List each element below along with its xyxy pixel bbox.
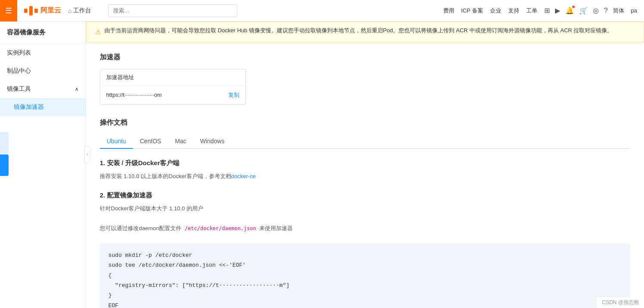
step1-heading: 1. 安装 / 升级Docker客户端	[100, 159, 630, 167]
sidebar-group-tools[interactable]: 镜像工具 ∧	[0, 80, 86, 98]
chevron-left-icon: ‹	[86, 152, 88, 157]
page-footer: CSDN @朋态圈	[597, 297, 644, 308]
svg-rect-1	[29, 6, 33, 15]
footer-text: CSDN @朋态圈	[602, 299, 639, 305]
tab-windows[interactable]: Windows	[193, 134, 231, 149]
location-icon[interactable]: ◎	[593, 6, 599, 15]
nav-right-links: 费用 ICP 备案 企业 支持 工单	[443, 7, 537, 15]
accelerator-box-body: https://t···················om 复制	[100, 86, 245, 104]
hamburger-menu[interactable]: ☰	[0, 0, 17, 22]
nav-fee-link[interactable]: 费用	[443, 7, 454, 15]
warning-banner: ⚠ 由于当前运营商网络问题，可能会导致您拉取 Docker Hub 镜像变慢。建…	[86, 22, 644, 43]
step2-desc1: 针对Docker客户端版本大于 1.10.0 的用户	[100, 204, 630, 213]
sidebar-sub-tools: 镜像加速器	[0, 98, 86, 116]
hamburger-icon: ☰	[5, 6, 12, 15]
accelerator-section-title: 加速器	[100, 53, 630, 62]
step2-desc2-suffix: 来使用加速器	[258, 225, 293, 231]
daemon-json-path: /etc/docker/daemon.json	[183, 225, 258, 232]
sidebar-group-tools-label: 镜像工具	[7, 85, 31, 93]
step2-desc2-prefix: 您可以通过修改daemon配置文件	[100, 225, 183, 231]
main-content: ⚠ 由于当前运营商网络问题，可能会导致您拉取 Docker Hub 镜像变慢。建…	[86, 22, 644, 308]
nav-support-link[interactable]: 支持	[508, 7, 519, 15]
search-input[interactable]	[108, 4, 237, 17]
sidebar-collapse-handle[interactable]: ‹	[84, 145, 90, 163]
page-indicator: pa	[631, 7, 637, 14]
step2-desc2: 您可以通过修改daemon配置文件 /etc/docker/daemon.jso…	[100, 224, 630, 233]
notification-icon[interactable]: 🔔	[565, 6, 574, 15]
docs-tabs: Ubuntu CentOS Mac Windows	[100, 134, 630, 149]
float-btn-1[interactable]	[0, 132, 9, 154]
code-line-3: {	[108, 272, 112, 279]
app-icon[interactable]: ⊞	[544, 6, 550, 15]
docs-title: 操作文档	[100, 118, 630, 127]
sidebar: 容器镜像服务 实例列表 制品中心 镜像工具 ∧ 镜像加速器	[0, 22, 86, 308]
float-side-buttons	[0, 132, 9, 176]
content-area: 加速器 加速器地址 https://t···················om…	[86, 43, 644, 308]
docker-ce-link[interactable]: docker-ce	[231, 173, 256, 179]
language-selector[interactable]: 简体	[613, 7, 624, 15]
copy-button[interactable]: 复制	[228, 91, 239, 99]
nav-icon-group: ⊞ ▶ 🔔 🛒 ◎ ? 简体 pa	[544, 6, 637, 15]
sidebar-title: 容器镜像服务	[0, 22, 86, 44]
code-line-2: sudo tee /etc/docker/daemon.json <<-'EOF…	[108, 262, 246, 268]
tab-mac[interactable]: Mac	[168, 134, 193, 149]
float-btn-2[interactable]	[0, 154, 9, 176]
step1-desc-text: 推荐安装 1.10.0 以上版本的Docker客户端，参考文档	[100, 173, 231, 179]
warning-icon: ⚠	[95, 27, 101, 38]
chevron-up-icon: ∧	[75, 86, 79, 92]
workbench-link[interactable]: ⌂ 工作台	[68, 7, 91, 15]
help-icon[interactable]: ?	[604, 7, 608, 15]
svg-rect-0	[24, 9, 28, 13]
cart-icon[interactable]: 🛒	[579, 6, 588, 15]
code-block: sudo mkdir -p /etc/docker sudo tee /etc/…	[100, 243, 630, 308]
warning-text: 由于当前运营商网络问题，可能会导致您拉取 Docker Hub 镜像变慢。建议您…	[104, 26, 613, 35]
step2-heading: 2. 配置镜像加速器	[100, 191, 630, 200]
code-line-5: }	[108, 292, 112, 299]
nav-enterprise-link[interactable]: 企业	[490, 7, 501, 15]
code-line-4: "registry-mirrors": ["https://t·········…	[108, 282, 289, 289]
nav-icp-link[interactable]: ICP 备案	[461, 7, 483, 15]
step1-desc: 推荐安装 1.10.0 以上版本的Docker客户端，参考文档docker-ce	[100, 172, 630, 181]
top-nav: ☰ 阿里云 ⌂ 工作台 费用 ICP 备案 企业 支持 工单 ⊞ ▶ 🔔 🛒 ◎…	[0, 0, 644, 22]
tab-centos[interactable]: CentOS	[133, 134, 168, 149]
code-line-6: EOF	[108, 302, 118, 308]
sidebar-item-products[interactable]: 制品中心	[0, 62, 86, 80]
tab-ubuntu[interactable]: Ubuntu	[100, 134, 133, 149]
nav-ticket-link[interactable]: 工单	[526, 7, 537, 15]
search-area	[108, 4, 237, 17]
accelerator-box-header: 加速器地址	[100, 69, 245, 86]
home-icon: ⌂	[68, 7, 71, 14]
accelerator-url: https://t···················om	[106, 92, 225, 98]
accelerator-box: 加速器地址 https://t···················om 复制	[100, 69, 246, 105]
video-icon[interactable]: ▶	[555, 6, 560, 15]
code-line-1: sudo mkdir -p /etc/docker	[108, 252, 192, 259]
logo: 阿里云	[24, 6, 61, 15]
svg-rect-2	[34, 9, 38, 13]
sidebar-item-instances[interactable]: 实例列表	[0, 44, 86, 62]
logo-icon	[24, 6, 38, 15]
sidebar-item-accelerator[interactable]: 镜像加速器	[0, 98, 86, 116]
